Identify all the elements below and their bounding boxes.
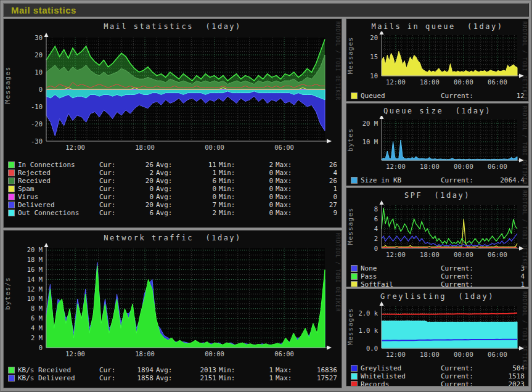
svg-text:12:00: 12:00	[65, 144, 85, 151]
legend-stat-key: Min:	[216, 161, 246, 169]
legend-stat-key: Max:	[273, 201, 303, 209]
legend-stat-value: 1518	[490, 372, 525, 380]
svg-text:12:00: 12:00	[386, 351, 406, 358]
svg-text:8: 8	[374, 205, 378, 213]
legend-stat-value: 0	[246, 185, 273, 193]
window-titlebar[interactable]: Mail statistics	[3, 3, 529, 17]
legend-stat-value: 9	[303, 209, 337, 217]
legend-swatch	[351, 274, 357, 279]
rrdtool-watermark: RRDTOOL / TOBI OETIKER	[522, 190, 527, 269]
legend-swatch	[351, 266, 357, 271]
legend-stat-value: 12	[490, 92, 525, 100]
y-axis-label: bytes/s	[4, 277, 12, 310]
legend-stat-value: 26	[303, 161, 337, 169]
svg-text:18:00: 18:00	[420, 251, 440, 258]
legend-row: RecordsCurrent:2023	[351, 380, 525, 386]
legend-swatch	[9, 178, 14, 184]
legend-row: GreylistedCurrent:504	[351, 364, 525, 372]
legend-stat-key: Max:	[273, 366, 303, 374]
legend-stat-value: 4	[303, 169, 337, 177]
svg-text:20: 20	[370, 34, 378, 41]
graph-canvas: 02 M4 M6 M8 M10 M12 M14 M16 M18 M20 M12:…	[12, 243, 342, 364]
svg-text:06:00: 06:00	[488, 351, 507, 358]
legend-stat-key: Max:	[273, 169, 303, 177]
graph-area: Messages 0.01.0 k2.0 k12:0018:0000:0006:…	[346, 301, 528, 362]
legend-stat-key: Cur:	[97, 201, 121, 209]
legend-stat-key: Current:	[438, 372, 490, 380]
legend-stat-key: Cur:	[97, 366, 121, 374]
graph-legend: Size in KBCurrent:2064.4	[346, 174, 528, 186]
graph-canvas: 10 M20 M12:0018:0000:0006:00	[354, 116, 528, 174]
svg-text:2 M: 2 M	[31, 334, 43, 341]
svg-text:18 M: 18 M	[27, 256, 43, 263]
legend-stat-key: Cur:	[97, 169, 121, 177]
rrdtool-watermark: RRDTOOL / TOBI OETIKER	[522, 292, 527, 370]
svg-text:06:00: 06:00	[488, 163, 507, 170]
svg-text:18:00: 18:00	[420, 78, 440, 86]
svg-text:-10: -10	[31, 103, 43, 110]
legend-stat-key: Avg:	[153, 177, 184, 185]
legend-stat-key: Current:	[438, 380, 490, 386]
right-column: Mails in queue (1day) Messages 10152012:…	[346, 18, 529, 390]
svg-text:4: 4	[374, 225, 378, 232]
legend-swatch	[9, 162, 14, 168]
graph-area: Messages 0246812:0018:0000:0006:00	[346, 200, 528, 262]
window: Mail statistics Mail statistics (1day) M…	[0, 0, 532, 392]
legend-row: Size in KBCurrent:2064.4	[351, 176, 525, 184]
svg-text:18:00: 18:00	[135, 350, 155, 357]
legend-stat-key: Cur:	[97, 209, 121, 217]
svg-text:20 M: 20 M	[362, 120, 378, 127]
legend-label: Records	[361, 380, 438, 386]
svg-text:4 M: 4 M	[31, 324, 43, 332]
legend-label: None	[361, 264, 438, 272]
svg-text:10 M: 10 M	[27, 295, 43, 302]
legend-stat-value: 2	[246, 161, 273, 169]
legend-stat-value: 1	[490, 280, 525, 287]
svg-text:18:00: 18:00	[420, 163, 440, 170]
legend-row: SpamCur:0Avg:0Min:0Max:1	[9, 185, 338, 193]
svg-text:30: 30	[35, 34, 43, 41]
svg-text:14 M: 14 M	[27, 276, 43, 283]
svg-text:6: 6	[374, 215, 378, 223]
legend-stat-value: 0	[303, 193, 337, 201]
content: Mail statistics (1day) Messages -30-20-1…	[3, 18, 529, 390]
legend-row: KB/s ReceivedCur:1894Avg:2013Min:1Max:16…	[9, 366, 338, 374]
panel-greylisting: Greylisting (1day) Messages 0.01.0 k2.0 …	[346, 288, 529, 386]
legend-stat-value: 1	[246, 374, 273, 382]
svg-text:06:00: 06:00	[274, 350, 294, 357]
svg-text:12:00: 12:00	[386, 251, 406, 258]
legend-stat-value: 11	[184, 161, 216, 169]
legend-stat-key: Cur:	[97, 177, 121, 185]
panel-mails-in-queue: Mails in queue (1day) Messages 10152012:…	[346, 18, 529, 102]
legend-stat-value: 20	[121, 177, 153, 185]
svg-text:00:00: 00:00	[454, 78, 473, 86]
svg-text:12:00: 12:00	[65, 350, 85, 357]
legend-stat-value: 27	[303, 201, 337, 209]
svg-text:1.0 k: 1.0 k	[358, 327, 378, 334]
legend-swatch	[9, 375, 14, 381]
legend-row: QueuedCurrent:12	[351, 92, 525, 100]
legend-row: KB/s DeliveredCur:1858Avg:2151Min:1Max:1…	[9, 374, 338, 382]
legend-stat-key: Avg:	[153, 161, 184, 169]
graph-title: Mails in queue (1day)	[346, 19, 528, 31]
legend-stat-value: 1	[184, 169, 216, 177]
legend-stat-value: 0	[246, 193, 273, 201]
panel-queue-size: Queue size (1day) bytes 10 M20 M12:0018:…	[346, 103, 529, 186]
svg-text:06:00: 06:00	[488, 251, 507, 258]
legend-stat-value: 6	[184, 177, 216, 185]
left-column: Mail statistics (1day) Messages -30-20-1…	[3, 18, 342, 390]
legend-stat-key: Min:	[216, 177, 246, 185]
legend-stat-key: Avg:	[153, 374, 184, 382]
graph-canvas: 0246812:0018:0000:0006:00	[354, 200, 528, 262]
legend-stat-key: Current:	[438, 176, 490, 184]
legend-stat-value: 2151	[184, 374, 216, 382]
graph-title: Network traffic (1day)	[4, 231, 342, 243]
legend-stat-key: Cur:	[97, 193, 121, 201]
graph-legend: QueuedCurrent:12	[346, 89, 528, 101]
legend-stat-key: Current:	[438, 272, 490, 280]
legend-stat-value: 16836	[303, 366, 337, 374]
graph-area: Messages 10152012:0018:0000:0006:00	[346, 31, 528, 89]
legend-label: Whitelisted	[361, 372, 438, 380]
legend-row: VirusCur:0Avg:0Min:0Max:0	[9, 193, 338, 201]
legend-row: WhitelistedCurrent:1518	[351, 372, 525, 380]
